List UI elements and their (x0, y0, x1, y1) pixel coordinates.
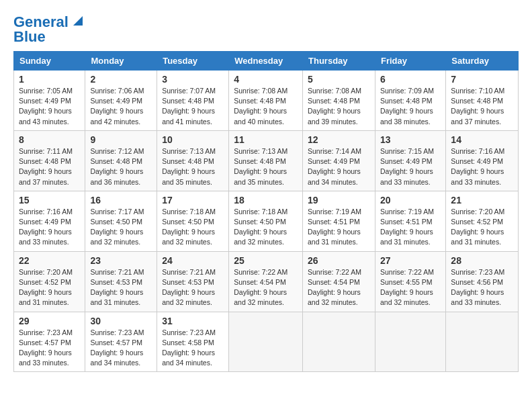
day-number: 22 (19, 255, 80, 266)
day-info: Sunrise: 7:11 AMSunset: 4:48 PMDaylight:… (19, 146, 80, 187)
svg-marker-0 (73, 16, 83, 26)
day-header-wednesday: Wednesday (229, 52, 303, 71)
calendar-cell: 17Sunrise: 7:18 AMSunset: 4:50 PMDayligh… (157, 191, 229, 251)
calendar-week-row: 15Sunrise: 7:16 AMSunset: 4:49 PMDayligh… (14, 191, 519, 251)
day-info: Sunrise: 7:19 AMSunset: 4:51 PMDaylight:… (308, 207, 370, 248)
day-number: 18 (234, 195, 298, 205)
day-info: Sunrise: 7:10 AMSunset: 4:48 PMDaylight:… (451, 86, 513, 127)
day-number: 3 (162, 74, 224, 85)
calendar-table: SundayMondayTuesdayWednesdayThursdayFrid… (13, 51, 519, 372)
day-info: Sunrise: 7:08 AMSunset: 4:48 PMDaylight:… (308, 86, 370, 127)
day-header-saturday: Saturday (446, 52, 519, 71)
calendar-week-row: 1Sunrise: 7:05 AMSunset: 4:49 PMDaylight… (14, 71, 519, 131)
day-header-thursday: Thursday (303, 52, 375, 71)
day-number: 12 (308, 134, 370, 145)
day-info: Sunrise: 7:16 AMSunset: 4:49 PMDaylight:… (451, 146, 513, 187)
day-number: 14 (451, 134, 513, 145)
calendar-cell: 16Sunrise: 7:17 AMSunset: 4:50 PMDayligh… (85, 191, 157, 251)
calendar-cell: 15Sunrise: 7:16 AMSunset: 4:49 PMDayligh… (14, 191, 85, 251)
day-header-monday: Monday (85, 52, 157, 71)
calendar-cell: 18Sunrise: 7:18 AMSunset: 4:50 PMDayligh… (229, 191, 303, 251)
day-number: 7 (451, 74, 513, 85)
day-number: 13 (380, 134, 441, 145)
calendar-cell: 20Sunrise: 7:19 AMSunset: 4:51 PMDayligh… (375, 191, 445, 251)
day-number: 31 (162, 316, 224, 326)
day-info: Sunrise: 7:07 AMSunset: 4:48 PMDaylight:… (162, 86, 224, 127)
calendar-week-row: 22Sunrise: 7:20 AMSunset: 4:52 PMDayligh… (14, 251, 519, 312)
calendar-cell: 4Sunrise: 7:08 AMSunset: 4:48 PMDaylight… (229, 71, 303, 131)
calendar-cell: 8Sunrise: 7:11 AMSunset: 4:48 PMDaylight… (14, 130, 85, 191)
calendar-cell: 22Sunrise: 7:20 AMSunset: 4:52 PMDayligh… (14, 251, 85, 312)
day-info: Sunrise: 7:22 AMSunset: 4:54 PMDaylight:… (234, 267, 298, 308)
day-info: Sunrise: 7:18 AMSunset: 4:50 PMDaylight:… (234, 207, 298, 248)
day-number: 29 (19, 316, 80, 326)
calendar-cell: 12Sunrise: 7:14 AMSunset: 4:49 PMDayligh… (303, 130, 375, 191)
day-number: 21 (451, 195, 513, 205)
calendar-cell: 30Sunrise: 7:23 AMSunset: 4:57 PMDayligh… (85, 312, 157, 372)
logo: General Blue (13, 11, 83, 44)
calendar-cell: 31Sunrise: 7:23 AMSunset: 4:58 PMDayligh… (157, 312, 229, 372)
day-number: 11 (234, 134, 298, 145)
day-info: Sunrise: 7:17 AMSunset: 4:50 PMDaylight:… (90, 207, 152, 248)
day-number: 27 (380, 255, 441, 266)
page-header: General Blue (13, 11, 519, 44)
day-number: 2 (90, 74, 152, 85)
calendar-cell: 11Sunrise: 7:13 AMSunset: 4:48 PMDayligh… (229, 130, 303, 191)
day-number: 24 (162, 255, 224, 266)
calendar-cell: 28Sunrise: 7:23 AMSunset: 4:56 PMDayligh… (446, 251, 519, 312)
calendar-week-row: 29Sunrise: 7:23 AMSunset: 4:57 PMDayligh… (14, 312, 519, 372)
day-number: 5 (308, 74, 370, 85)
day-number: 9 (90, 134, 152, 145)
calendar-cell: 19Sunrise: 7:19 AMSunset: 4:51 PMDayligh… (303, 191, 375, 251)
day-info: Sunrise: 7:14 AMSunset: 4:49 PMDaylight:… (308, 146, 370, 187)
calendar-cell (229, 312, 303, 372)
calendar-cell: 21Sunrise: 7:20 AMSunset: 4:52 PMDayligh… (446, 191, 519, 251)
calendar-cell: 14Sunrise: 7:16 AMSunset: 4:49 PMDayligh… (446, 130, 519, 191)
day-number: 30 (90, 316, 152, 326)
calendar-cell: 26Sunrise: 7:22 AMSunset: 4:54 PMDayligh… (303, 251, 375, 312)
day-number: 23 (90, 255, 152, 266)
day-number: 4 (234, 74, 298, 85)
day-header-tuesday: Tuesday (157, 52, 229, 71)
day-info: Sunrise: 7:22 AMSunset: 4:55 PMDaylight:… (380, 267, 441, 308)
day-number: 15 (19, 195, 80, 205)
calendar-cell: 3Sunrise: 7:07 AMSunset: 4:48 PMDaylight… (157, 71, 229, 131)
calendar-cell: 24Sunrise: 7:21 AMSunset: 4:53 PMDayligh… (157, 251, 229, 312)
day-number: 25 (234, 255, 298, 266)
calendar-cell: 2Sunrise: 7:06 AMSunset: 4:49 PMDaylight… (85, 71, 157, 131)
calendar-cell: 25Sunrise: 7:22 AMSunset: 4:54 PMDayligh… (229, 251, 303, 312)
day-info: Sunrise: 7:20 AMSunset: 4:52 PMDaylight:… (19, 267, 80, 308)
day-info: Sunrise: 7:23 AMSunset: 4:57 PMDaylight:… (90, 328, 152, 369)
calendar-cell: 1Sunrise: 7:05 AMSunset: 4:49 PMDaylight… (14, 71, 85, 131)
day-number: 8 (19, 134, 80, 145)
calendar-cell: 29Sunrise: 7:23 AMSunset: 4:57 PMDayligh… (14, 312, 85, 372)
day-number: 17 (162, 195, 224, 205)
day-info: Sunrise: 7:12 AMSunset: 4:48 PMDaylight:… (90, 146, 152, 187)
day-info: Sunrise: 7:23 AMSunset: 4:58 PMDaylight:… (162, 328, 224, 369)
day-header-friday: Friday (375, 52, 445, 71)
day-number: 10 (162, 134, 224, 145)
calendar-cell (446, 312, 519, 372)
day-info: Sunrise: 7:05 AMSunset: 4:49 PMDaylight:… (19, 86, 80, 127)
calendar-week-row: 8Sunrise: 7:11 AMSunset: 4:48 PMDaylight… (14, 130, 519, 191)
day-info: Sunrise: 7:16 AMSunset: 4:49 PMDaylight:… (19, 207, 80, 248)
calendar-cell (303, 312, 375, 372)
day-info: Sunrise: 7:09 AMSunset: 4:48 PMDaylight:… (380, 86, 441, 127)
day-info: Sunrise: 7:08 AMSunset: 4:48 PMDaylight:… (234, 86, 298, 127)
day-number: 16 (90, 195, 152, 205)
day-number: 20 (380, 195, 441, 205)
calendar-cell: 5Sunrise: 7:08 AMSunset: 4:48 PMDaylight… (303, 71, 375, 131)
calendar-cell: 9Sunrise: 7:12 AMSunset: 4:48 PMDaylight… (85, 130, 157, 191)
day-info: Sunrise: 7:15 AMSunset: 4:49 PMDaylight:… (380, 146, 441, 187)
day-info: Sunrise: 7:13 AMSunset: 4:48 PMDaylight:… (162, 146, 224, 187)
day-header-sunday: Sunday (14, 52, 85, 71)
day-info: Sunrise: 7:06 AMSunset: 4:49 PMDaylight:… (90, 86, 152, 127)
calendar-cell: 10Sunrise: 7:13 AMSunset: 4:48 PMDayligh… (157, 130, 229, 191)
calendar-cell: 7Sunrise: 7:10 AMSunset: 4:48 PMDaylight… (446, 71, 519, 131)
day-number: 26 (308, 255, 370, 266)
calendar-cell: 23Sunrise: 7:21 AMSunset: 4:53 PMDayligh… (85, 251, 157, 312)
day-info: Sunrise: 7:19 AMSunset: 4:51 PMDaylight:… (380, 207, 441, 248)
calendar-cell: 27Sunrise: 7:22 AMSunset: 4:55 PMDayligh… (375, 251, 445, 312)
day-number: 1 (19, 74, 80, 85)
day-info: Sunrise: 7:21 AMSunset: 4:53 PMDaylight:… (90, 267, 152, 308)
